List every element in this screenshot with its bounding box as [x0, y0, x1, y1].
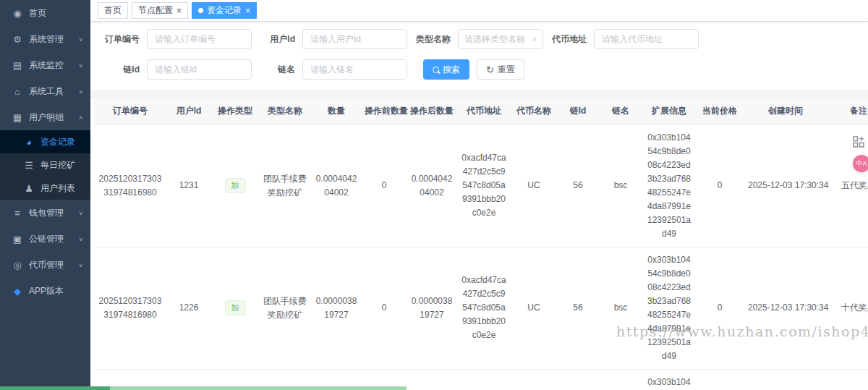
- sidebar-item-daily-mining[interactable]: ☰每日挖矿: [0, 153, 90, 177]
- cell-order-no: 202512031730331974816980: [94, 247, 166, 369]
- column-header: 备注: [827, 98, 868, 124]
- shield-icon: ◆: [12, 286, 23, 297]
- tab-home[interactable]: 首页: [98, 2, 128, 19]
- cell-after-amount: 0.000404204002: [407, 124, 457, 247]
- toolbox-icon: ⌂: [12, 86, 23, 97]
- sidebar-item-token-mgmt[interactable]: ◎代币管理∨: [0, 252, 90, 278]
- chain-name-input[interactable]: [302, 59, 407, 80]
- sidebar-item-label: 首页: [29, 7, 46, 20]
- column-header: 订单编号: [94, 98, 166, 124]
- column-header: 创建时间: [744, 98, 827, 124]
- chevron-down-icon: ∨: [78, 210, 83, 216]
- cell-amount: 0.000404204002: [311, 124, 362, 247]
- column-header: 数量: [311, 98, 362, 124]
- search-button[interactable]: 搜索: [423, 59, 469, 80]
- chevron-down-icon: ∨: [78, 236, 83, 242]
- tab-label: 资金记录: [207, 4, 242, 17]
- column-header: 当前价格: [696, 98, 744, 124]
- tab-fund-records[interactable]: 资金记录×: [192, 2, 257, 19]
- type-name-select[interactable]: 请选择类型名称∨: [458, 29, 543, 49]
- cell-chain-name: bsc: [599, 247, 642, 369]
- cell-remark: 十代奖励: [827, 247, 868, 369]
- column-header: 链名: [599, 98, 642, 124]
- column-header: 操作类型: [211, 98, 259, 124]
- sidebar: ◉首页⚙系统管理∨▤系统监控∨⌂系统工具∨▦用户明细∧◕资金记录☰每日挖矿♟用户…: [0, 0, 90, 390]
- sidebar-item-user-list[interactable]: ♟用户列表: [0, 177, 90, 200]
- token-address-input[interactable]: [594, 29, 699, 49]
- watermark-text: https://www.huzhan.com/ishop47994: [616, 323, 868, 339]
- cell-token-name: BNB: [511, 369, 557, 390]
- cell-after-amount: 0.000000000021: [407, 369, 457, 390]
- cell-ext-info: 0x303b10454c9b8de008c4223ed3b23ad7684825…: [642, 247, 696, 369]
- sidebar-item-chain-mgmt[interactable]: ▣公链管理∨: [0, 226, 90, 252]
- wallet-icon: ≡: [12, 208, 23, 219]
- select-placeholder: 请选择类型名称: [464, 33, 525, 46]
- sidebar-item-user-detail[interactable]: ▦用户明细∧: [0, 104, 90, 130]
- sidebar-item-system-tools[interactable]: ⌂系统工具∨: [0, 78, 90, 104]
- form-label: 代币地址: [543, 33, 594, 46]
- gear-icon: ⚙: [12, 34, 23, 45]
- cell-amount: 0.000003819727: [311, 247, 362, 369]
- form-item-token-address: 代币地址: [543, 29, 699, 49]
- cell-op-type: 加: [211, 247, 259, 369]
- chevron-down-icon: ∨: [78, 36, 83, 43]
- table-row: 2025120317303319748169801226加团队手续费奖励挖矿0.…: [94, 247, 868, 369]
- sidebar-item-label: 每日挖矿: [41, 159, 75, 171]
- column-header: 用户Id: [166, 98, 211, 124]
- sidebar-item-label: 系统工具: [29, 85, 64, 98]
- translate-badge[interactable]: 中A: [853, 155, 868, 172]
- sidebar-item-label: 代币管理: [29, 259, 64, 271]
- cell-token-name: UC: [511, 247, 557, 369]
- cell-type-name: 团队手续费奖励挖矿: [259, 124, 311, 247]
- active-dot-icon: [198, 8, 203, 13]
- sidebar-item-wallet-mgmt[interactable]: ≡钱包管理∨: [0, 200, 90, 226]
- search-icon: [433, 67, 439, 73]
- cell-order-no: 202512031730331974816980: [94, 124, 166, 247]
- cell-token-address: 0xacfd47ca427d2c5c9547c8d05a9391bbb20c0e…: [457, 124, 511, 247]
- column-header: 代币地址: [457, 98, 511, 124]
- grid-icon: ▦: [12, 112, 23, 123]
- sidebar-item-label: 系统监控: [29, 59, 64, 72]
- form-label: 类型名称: [407, 33, 458, 46]
- close-icon[interactable]: ×: [245, 7, 250, 15]
- sidebar-item-system-mgmt[interactable]: ⚙系统管理∨: [0, 26, 90, 52]
- cell-created-at: 2025-12-03 17:30:34: [744, 124, 827, 247]
- cell-before-amount: 0: [362, 247, 407, 369]
- tab-node-config[interactable]: 节点配置×: [132, 2, 188, 19]
- cell-price: 898: [696, 369, 744, 390]
- form-label: 链名: [252, 64, 302, 76]
- sidebar-item-system-monitor[interactable]: ▤系统监控∨: [0, 52, 90, 78]
- droplet-icon: ◕: [23, 137, 35, 148]
- column-header: 类型名称: [259, 98, 311, 124]
- reset-button[interactable]: ↻重置: [477, 59, 524, 80]
- close-icon[interactable]: ×: [176, 7, 182, 15]
- cell-price: 0: [696, 124, 744, 247]
- cell-token-name: UC: [511, 124, 557, 247]
- user-id-input[interactable]: [302, 29, 407, 49]
- column-header: 代币名称: [511, 98, 557, 124]
- sidebar-item-label: 系统管理: [29, 33, 64, 46]
- op-type-tag: 加: [225, 300, 246, 315]
- form-item-user-id: 用户Id: [252, 29, 407, 49]
- form-item-chain-id: 链Id: [96, 59, 252, 80]
- sidebar-item-label: 公链管理: [29, 233, 64, 245]
- chevron-down-icon: ∨: [532, 35, 537, 43]
- cell-ext-info: 0x303b10454c9b8de008c4223ed3b23ad7684825…: [642, 124, 696, 247]
- cell-chain-name: bsc: [599, 369, 642, 390]
- refresh-icon: ↻: [486, 65, 494, 75]
- sidebar-item-fund-records[interactable]: ◕资金记录: [0, 130, 90, 153]
- layout-widget-icon[interactable]: [853, 136, 864, 151]
- table-row: 2025120317303319748169801231加团队手续费奖励挖矿0.…: [94, 124, 868, 247]
- sidebar-item-label: APP版本: [29, 285, 64, 297]
- sidebar-item-home[interactable]: ◉首页: [0, 0, 90, 26]
- horizontal-scrollbar[interactable]: [0, 386, 407, 390]
- cell-type-name: 团队手续费奖励挖矿: [259, 247, 311, 369]
- scrollbar-thumb[interactable]: [0, 386, 110, 390]
- chain-id-input[interactable]: [147, 59, 252, 80]
- cell-created-at: 2025-12-03 17:30:34: [744, 247, 827, 369]
- form-item-type-name: 类型名称请选择类型名称∨: [407, 29, 543, 49]
- search-form: 订单编号用户Id类型名称请选择类型名称∨代币地址链Id链名搜索↻重置: [90, 22, 868, 80]
- reset-button-label: 重置: [498, 64, 515, 76]
- sidebar-item-app-version[interactable]: ◆APP版本: [0, 278, 90, 304]
- order-no-input[interactable]: [147, 29, 252, 49]
